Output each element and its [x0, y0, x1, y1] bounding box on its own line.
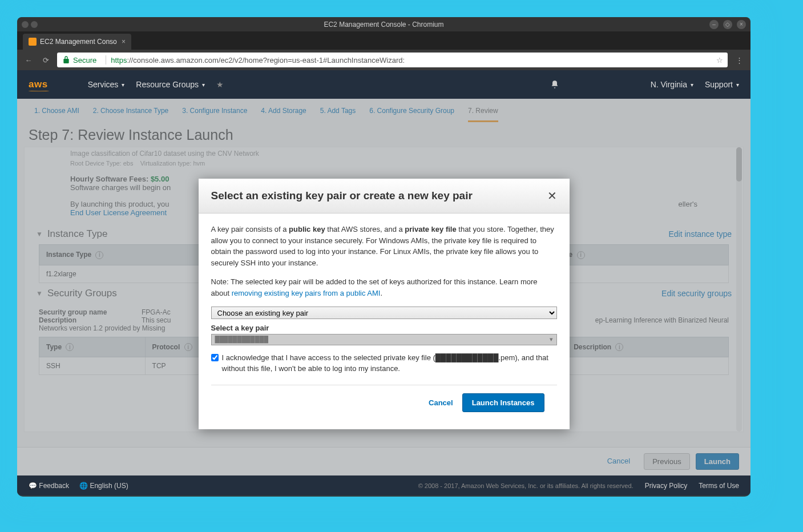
key-pair-mode-select[interactable]: Choose an existing key pair [211, 307, 557, 319]
modal-title: Select an existing key pair or create a … [211, 190, 473, 202]
browser-menu-icon[interactable]: ⋮ [733, 54, 745, 66]
aws-footer: 💬 Feedback 🌐 English (US) © 2008 - 2017,… [17, 475, 750, 495]
window-menu-dot[interactable] [22, 21, 29, 28]
language-selector[interactable]: 🌐 English (US) [79, 482, 128, 490]
chevron-down-icon: ▾ [736, 82, 739, 88]
back-icon[interactable]: ← [23, 54, 34, 66]
modal-cancel-button[interactable]: Cancel [429, 398, 453, 407]
modal-overlay: Select an existing key pair or create a … [17, 99, 750, 475]
launch-instances-button[interactable]: Launch Instances [462, 393, 544, 412]
modal-paragraph: Note: The selected key pair will be adde… [211, 276, 557, 299]
copyright-text: © 2008 - 2017, Amazon Web Services, Inc.… [418, 482, 633, 489]
privacy-link[interactable]: Privacy Policy [645, 482, 688, 490]
minimize-icon[interactable]: – [709, 20, 719, 29]
key-pair-select-label: Select a key pair [211, 323, 557, 334]
modal-paragraph: A key pair consists of a public key that… [211, 224, 557, 268]
acknowledge-text: I acknowledge that I have access to the … [222, 352, 557, 374]
maximize-icon[interactable]: ◇ [723, 20, 732, 29]
window-menu-dot[interactable] [31, 21, 38, 28]
pin-icon[interactable]: ★ [216, 80, 224, 89]
bell-icon[interactable] [550, 80, 559, 89]
url-text: ://console.aws.amazon.com/ec2/v2/home?re… [127, 56, 405, 65]
close-window-icon[interactable]: × [737, 20, 746, 29]
window-title: EC2 Management Console - Chromium [17, 21, 750, 29]
acknowledge-row: I acknowledge that I have access to the … [211, 352, 557, 374]
reload-icon[interactable]: ⟳ [40, 54, 51, 66]
chevron-down-icon: ▾ [122, 82, 124, 88]
lock-icon [62, 55, 71, 65]
feedback-link[interactable]: 💬 Feedback [29, 482, 69, 490]
url-input[interactable]: Secure https://console.aws.amazon.com/ec… [57, 53, 728, 67]
address-bar: ← ⟳ Secure https://console.aws.amazon.co… [17, 50, 750, 70]
chevron-down-icon: ▾ [691, 82, 693, 88]
tab-label: EC2 Management Conso [40, 38, 117, 46]
services-menu[interactable]: Services▾ [88, 80, 125, 89]
terms-link[interactable]: Terms of Use [699, 482, 739, 490]
region-menu[interactable]: N. Virginia▾ [651, 80, 693, 89]
resource-groups-menu[interactable]: Resource Groups▾ [136, 80, 205, 89]
favicon-icon [29, 38, 37, 46]
aws-logo[interactable]: aws [29, 79, 48, 90]
secure-badge: Secure [62, 55, 96, 65]
modal-close-icon[interactable]: ✕ [547, 189, 557, 203]
chevron-down-icon: ▾ [202, 82, 205, 88]
support-menu[interactable]: Support▾ [705, 80, 739, 89]
window-titlebar: EC2 Management Console - Chromium – ◇ × [17, 17, 750, 31]
key-pair-select[interactable]: ████████████▾ [211, 334, 557, 345]
bookmark-star-icon[interactable]: ☆ [716, 56, 723, 65]
key-pair-modal: Select an existing key pair or create a … [199, 179, 570, 429]
browser-tab[interactable]: EC2 Management Conso × [23, 34, 131, 50]
browser-tab-bar: EC2 Management Conso × [17, 31, 750, 50]
aws-header: aws Services▾ Resource Groups▾ ★ N. Virg… [17, 70, 750, 99]
remove-keys-link[interactable]: removing existing key pairs from a publi… [232, 289, 381, 297]
close-tab-icon[interactable]: × [122, 38, 126, 46]
url-scheme: https [111, 56, 127, 65]
page-content: 1. Choose AMI2. Choose Instance Type3. C… [17, 99, 750, 475]
acknowledge-checkbox[interactable] [211, 354, 219, 361]
